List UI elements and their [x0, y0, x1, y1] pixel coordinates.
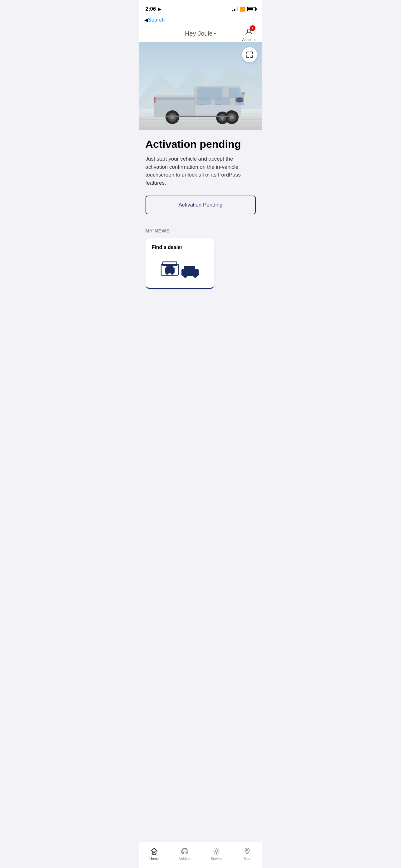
activation-title: Activation pending: [145, 138, 256, 150]
battery-icon: [247, 7, 256, 11]
status-time: 2:06 ▶: [145, 6, 161, 12]
svg-rect-9: [235, 97, 244, 98]
svg-rect-18: [214, 97, 230, 105]
back-nav-text[interactable]: Search: [148, 17, 165, 23]
vehicle-image: [139, 76, 262, 130]
svg-point-43: [193, 274, 197, 278]
section-title: MY NEWS: [145, 228, 256, 234]
activation-description: Just start your vehicle and accept the a…: [145, 155, 256, 187]
location-arrow-icon: ▶: [158, 7, 161, 11]
svg-rect-41: [184, 266, 195, 271]
my-news-section: MY NEWS Find a dealer: [145, 228, 256, 289]
news-card-image: [152, 256, 208, 281]
svg-rect-37: [166, 266, 173, 269]
svg-rect-11: [235, 101, 244, 101]
svg-rect-20: [154, 97, 194, 100]
greeting-dropdown[interactable]: Hey Joule ▾: [185, 30, 216, 37]
greeting-text: Hey Joule: [185, 30, 213, 37]
svg-point-42: [183, 274, 187, 278]
news-card-title: Find a dealer: [152, 245, 208, 250]
svg-rect-31: [154, 97, 156, 103]
back-chevron-icon: ◀: [144, 17, 148, 23]
find-dealer-card[interactable]: Find a dealer: [145, 239, 214, 289]
notification-badge: 1: [250, 25, 256, 31]
svg-rect-32: [166, 116, 229, 117]
header: Hey Joule ▾ 1 Account: [139, 26, 262, 42]
account-label: Account: [242, 38, 256, 42]
activation-pending-button[interactable]: Activation Pending: [145, 195, 256, 214]
svg-point-39: [170, 272, 174, 275]
svg-rect-34: [163, 262, 177, 266]
svg-point-38: [166, 272, 169, 275]
status-bar: 2:06 ▶ 📶: [139, 0, 262, 16]
greeting-chevron-icon: ▾: [214, 31, 216, 36]
svg-rect-30: [241, 92, 245, 95]
svg-point-0: [247, 29, 250, 32]
activation-section: Activation pending Just start your vehic…: [145, 138, 256, 226]
status-icons: 📶: [232, 6, 256, 11]
account-button[interactable]: 1 Account: [242, 27, 256, 42]
svg-point-26: [230, 115, 234, 119]
expand-button[interactable]: [242, 47, 257, 62]
vehicle-hero: [139, 42, 262, 130]
svg-rect-12: [244, 96, 246, 100]
svg-rect-10: [235, 99, 244, 100]
wifi-icon: 📶: [240, 6, 245, 11]
time-display: 2:06: [145, 6, 156, 12]
signal-icon: [232, 7, 238, 11]
svg-point-8: [236, 97, 243, 102]
content-area: Activation pending Just start your vehic…: [139, 130, 262, 295]
svg-rect-17: [196, 97, 211, 105]
back-nav[interactable]: ◀ Search: [139, 16, 262, 26]
